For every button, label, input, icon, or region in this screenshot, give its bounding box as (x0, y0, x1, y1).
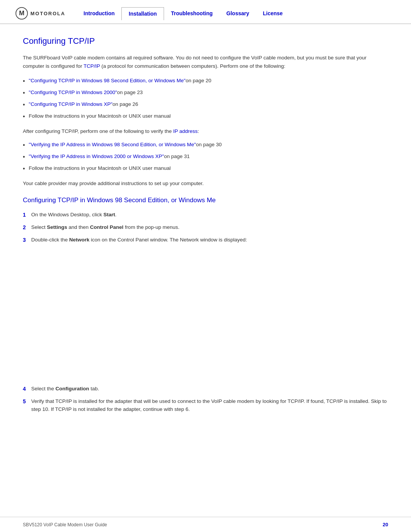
bullet-link-2[interactable]: "Configuring TCP/IP in Windows 2000" (29, 89, 117, 96)
step-1: 1 On the Windows Desktop, click Start. (23, 211, 388, 219)
nav-introduction[interactable]: Introduction (77, 7, 122, 19)
logo-area: M MOTOROLA (15, 7, 65, 20)
bullet-link-1[interactable]: "Configuring TCP/IP in Windows 98 Second… (29, 77, 186, 85)
steps-list-continued: 4 Select the Configuration tab. 5 Verify… (23, 385, 388, 413)
bullet-suffix-2: on page 23 (117, 89, 143, 96)
step-5-num: 5 (23, 398, 31, 406)
verify-suffix-2: on page 31 (164, 153, 190, 160)
provider-paragraph: Your cable provider may provide addition… (23, 179, 388, 188)
footer-page-number: 20 (383, 522, 388, 527)
ip-address-link[interactable]: IP address (173, 128, 198, 134)
verify-paragraph: After configuring TCP/IP, perform one of… (23, 127, 388, 136)
footer-left-text: SBV5120 VoIP Cable Modem User Guide (23, 522, 107, 527)
svg-text:M: M (19, 10, 24, 17)
step-3: 3 Double-click the Network icon on the C… (23, 236, 388, 244)
step-1-num: 1 (23, 211, 31, 219)
verify-suffix-1: on page 30 (196, 141, 222, 149)
section-title: Configuring TCP/IP in Windows 98 Second … (23, 197, 388, 204)
step-1-text: On the Windows Desktop, click Start. (31, 211, 388, 219)
top-navigation: Introduction Installation Troubleshootin… (77, 7, 396, 20)
main-content: Configuring TCP/IP The SURFboard VoIP ca… (0, 24, 411, 435)
bullet-item-1: "Configuring TCP/IP in Windows 98 Second… (23, 77, 388, 86)
verify-bullet-3: Follow the instructions in your Macintos… (23, 165, 388, 173)
verify-bullets-list: "Verifying the IP Address in Windows 98 … (23, 141, 388, 173)
bullet-item-4: Follow the instructions in your Macintos… (23, 112, 388, 121)
nav-license[interactable]: License (256, 7, 290, 19)
bullet-text-4: Follow the instructions in your Macintos… (29, 112, 171, 120)
verify-text-3: Follow the instructions in your Macintos… (29, 165, 171, 172)
verify-bullet-2: "Verifying the IP Address in Windows 200… (23, 153, 388, 161)
intro-paragraph: The SURFboard VoIP cable modem contains … (23, 54, 388, 70)
step-5: 5 Verify that TCP/IP is installed for th… (23, 398, 388, 413)
logo-text: MOTOROLA (30, 11, 65, 16)
step-4-text: Select the Configuration tab. (31, 385, 388, 393)
bullet-suffix-1: on page 20 (186, 77, 212, 85)
nav-glossary[interactable]: Glossary (220, 7, 256, 19)
step-5-text: Verify that TCP/IP is installed for the … (31, 398, 388, 413)
verify-link-1[interactable]: "Verifying the IP Address in Windows 98 … (29, 141, 196, 149)
step-2-text: Select Settings and then Control Panel f… (31, 224, 388, 231)
step-3-num: 3 (23, 236, 31, 244)
nav-installation[interactable]: Installation (121, 7, 164, 20)
page-header: M MOTOROLA Introduction Installation Tro… (0, 0, 411, 24)
step-3-text: Double-click the Network icon on the Con… (31, 236, 388, 244)
bullet-link-3[interactable]: "Configuring TCP/IP in Windows XP" (29, 101, 113, 108)
bullets-list: "Configuring TCP/IP in Windows 98 Second… (23, 77, 388, 121)
network-window-image (23, 252, 388, 374)
motorola-icon: M (15, 7, 28, 20)
tcp-ip-link[interactable]: TCP/IP (84, 63, 100, 69)
page-footer: SBV5120 VoIP Cable Modem User Guide 20 (0, 517, 411, 532)
motorola-logo: M MOTOROLA (15, 7, 65, 20)
step-4-num: 4 (23, 385, 31, 393)
verify-link-2[interactable]: "Verifying the IP Address in Windows 200… (29, 153, 164, 160)
step-2: 2 Select Settings and then Control Panel… (23, 224, 388, 232)
steps-list: 1 On the Windows Desktop, click Start. 2… (23, 211, 388, 244)
bullet-item-3: "Configuring TCP/IP in Windows XP" on pa… (23, 101, 388, 109)
step-4: 4 Select the Configuration tab. (23, 385, 388, 393)
page-title: Configuring TCP/IP (23, 36, 388, 46)
verify-bullet-1: "Verifying the IP Address in Windows 98 … (23, 141, 388, 150)
nav-troubleshooting[interactable]: Troubleshooting (164, 7, 220, 19)
bullet-item-2: "Configuring TCP/IP in Windows 2000" on … (23, 89, 388, 97)
step-2-num: 2 (23, 224, 31, 232)
bullet-suffix-3: on page 26 (113, 101, 139, 108)
